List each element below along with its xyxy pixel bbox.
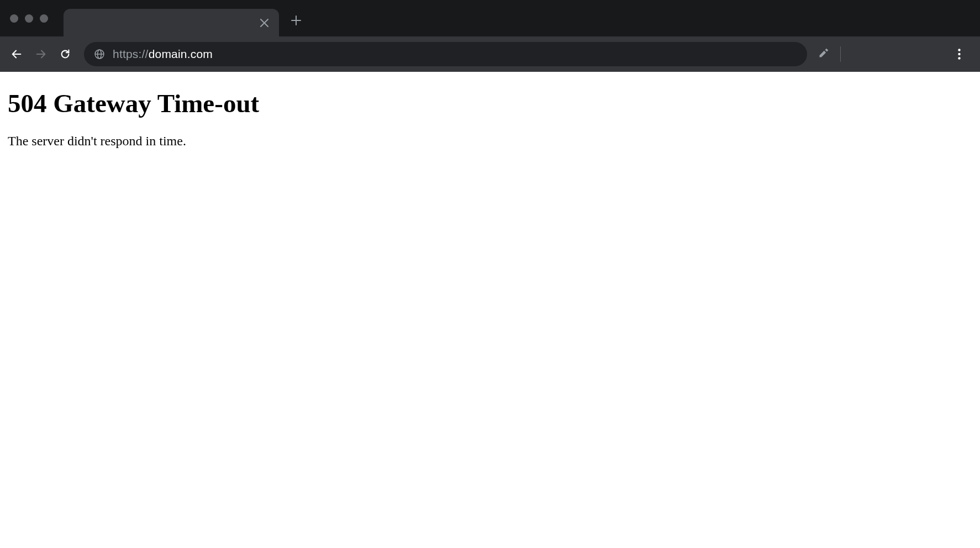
- error-heading: 504 Gateway Time-out: [8, 88, 972, 118]
- window-maximize-button[interactable]: [40, 14, 48, 23]
- eyedropper-icon: [818, 48, 829, 59]
- plus-icon: [291, 15, 301, 25]
- new-tab-button[interactable]: [287, 11, 305, 30]
- toolbar: https://domain.com: [0, 36, 980, 72]
- reload-icon: [59, 48, 71, 60]
- tab-close-button[interactable]: [259, 18, 269, 28]
- kebab-icon: [958, 49, 961, 60]
- url-text: https://domain.com: [113, 48, 213, 61]
- arrow-left-icon: [10, 48, 23, 60]
- toolbar-right: [815, 43, 974, 65]
- svg-point-9: [958, 57, 960, 59]
- forward-button[interactable]: [30, 43, 52, 65]
- browser-chrome: https://domain.com: [0, 0, 980, 72]
- window-controls: [10, 14, 48, 23]
- url-domain: domain.com: [149, 48, 213, 60]
- svg-point-8: [958, 53, 960, 55]
- toolbar-divider: [840, 46, 841, 62]
- browser-tab[interactable]: [64, 9, 279, 36]
- close-icon: [260, 19, 268, 27]
- tab-strip: [0, 0, 980, 36]
- page-content: 504 Gateway Time-out The server didn't r…: [0, 72, 980, 159]
- svg-point-7: [958, 49, 960, 51]
- window-close-button[interactable]: [10, 14, 18, 23]
- browser-menu-button[interactable]: [948, 43, 970, 65]
- url-protocol: https://: [113, 48, 149, 60]
- globe-icon: [94, 49, 105, 60]
- arrow-right-icon: [35, 48, 47, 60]
- reload-button[interactable]: [54, 43, 76, 65]
- error-message: The server didn't respond in time.: [8, 134, 972, 149]
- address-bar[interactable]: https://domain.com: [84, 42, 807, 66]
- eyedropper-button[interactable]: [815, 44, 833, 64]
- back-button[interactable]: [6, 43, 28, 65]
- window-minimize-button[interactable]: [25, 14, 33, 23]
- site-info-button[interactable]: [94, 49, 105, 60]
